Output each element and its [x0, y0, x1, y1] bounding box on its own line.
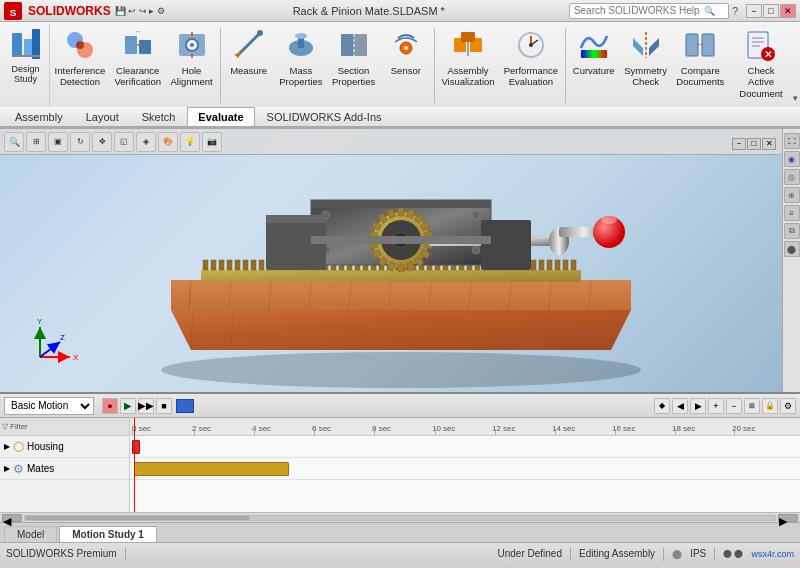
btab-motion-study[interactable]: Motion Study 1 — [59, 526, 157, 542]
minimize-button[interactable]: − — [746, 4, 762, 18]
tab-sketch[interactable]: Sketch — [131, 107, 187, 126]
right-icon-2[interactable]: ◉ — [784, 151, 800, 167]
btab-model[interactable]: Model — [4, 526, 57, 542]
motion-btn-play2[interactable]: ▶▶ — [138, 398, 154, 414]
symmetry-check-label: SymmetryCheck — [624, 65, 667, 88]
sw-close[interactable]: ✕ — [762, 138, 776, 150]
ribbon-btn-mass-properties[interactable]: MassProperties — [275, 24, 328, 107]
ribbon-btn-sensor[interactable]: Sensor — [380, 24, 432, 107]
motion-indicator — [176, 399, 194, 413]
vp-btn-fit[interactable]: ⊞ — [26, 132, 46, 152]
svg-rect-143 — [311, 236, 491, 244]
search-box[interactable]: 🔍 — [569, 3, 729, 19]
svg-rect-65 — [243, 260, 248, 270]
right-icon-5[interactable]: ≡ — [784, 205, 800, 221]
ribbon-btn-interference-detection[interactable]: ! InterferenceDetection — [50, 24, 110, 107]
coordinate-triad: X Y Z — [30, 312, 80, 362]
svg-rect-2 — [12, 33, 22, 57]
motion-btn-record[interactable]: ● — [102, 398, 118, 414]
sw-minimize[interactable]: − — [732, 138, 746, 150]
vp-btn-rotate[interactable]: ↻ — [70, 132, 90, 152]
tab-assembly[interactable]: Assembly — [4, 107, 74, 126]
playhead[interactable] — [134, 418, 135, 512]
right-icon-6[interactable]: ⧉ — [784, 223, 800, 239]
compare-documents-icon: ↔ — [682, 27, 718, 63]
svg-point-19 — [257, 30, 263, 36]
tab-layout[interactable]: Layout — [75, 107, 130, 126]
hole-alignment-label: HoleAlignment — [171, 65, 213, 88]
timeline-scrollbar-track[interactable] — [24, 515, 776, 521]
svg-text:Z: Z — [60, 333, 65, 342]
status-spacer-icons: ⬤ ⬤ — [723, 549, 743, 558]
right-icon-7[interactable]: ⬤ — [784, 241, 800, 257]
ribbon-btn-compare-documents[interactable]: ↔ CompareDocuments — [672, 24, 729, 107]
svg-rect-30 — [461, 32, 475, 42]
svg-rect-104 — [555, 260, 560, 270]
ribbon-btn-performance-evaluation[interactable]: PerformanceEvaluation — [499, 24, 563, 107]
timeline-scroll-left[interactable]: ◀ — [2, 514, 22, 522]
svg-rect-59 — [201, 270, 581, 282]
ribbon-btn-measure[interactable]: Measure — [223, 24, 275, 107]
assembly-visualization-label: AssemblyVisualization — [441, 65, 494, 88]
svg-rect-4 — [32, 29, 40, 59]
ribbon-btn-hole-alignment[interactable]: HoleAlignment — [166, 24, 218, 107]
tab-evaluate[interactable]: Evaluate — [187, 107, 254, 126]
svg-text:✕: ✕ — [764, 49, 772, 60]
ribbon-btn-assembly-visualization[interactable]: AssemblyVisualization — [437, 24, 499, 107]
main-area: 🔍 ⊞ ▣ ↻ ✥ ◱ ◈ 🎨 💡 📷 − □ ✕ — [0, 129, 800, 392]
vp-btn-pan[interactable]: ✥ — [92, 132, 112, 152]
svg-text:↔: ↔ — [695, 38, 705, 49]
ribbon-toolbar: DesignStudy ! InterferenceDetection ↔ — [0, 22, 800, 107]
svg-rect-34 — [581, 50, 607, 58]
ruler-20sec: 20 sec — [732, 424, 756, 433]
vp-btn-view[interactable]: ▣ — [48, 132, 68, 152]
ribbon-btn-clearance-verification[interactable]: ↔ ClearanceVerification — [110, 24, 166, 107]
mates-track-bar[interactable] — [134, 462, 289, 476]
timeline-scroll-right[interactable]: ▶ — [778, 514, 798, 522]
tl-btn-key[interactable]: ◆ — [654, 398, 670, 414]
motion-btn-stop[interactable]: ■ — [156, 398, 172, 414]
tl-btn-next[interactable]: ▶ — [690, 398, 706, 414]
svg-point-33 — [529, 43, 533, 47]
motion-btn-play[interactable]: ▶ — [120, 398, 136, 414]
maximize-button[interactable]: □ — [763, 4, 779, 18]
tl-btn-prev[interactable]: ◀ — [672, 398, 688, 414]
mates-label: Mates — [27, 463, 54, 474]
status-website: wsx4r.com — [751, 549, 794, 559]
vp-btn-zoom[interactable]: 🔍 — [4, 132, 24, 152]
clearance-verification-icon: ↔ — [120, 27, 156, 63]
tab-addins[interactable]: SOLIDWORKS Add-Ins — [256, 107, 393, 126]
housing-label: Housing — [27, 441, 64, 452]
ribbon-btn-check-active-document[interactable]: ✕ Check ActiveDocument — [729, 24, 793, 107]
timeline-track[interactable]: 0 sec 2 sec 4 sec 6 sec 8 sec 10 sec 12 … — [130, 418, 800, 512]
tl-btn-zoom-out[interactable]: − — [726, 398, 742, 414]
curvature-icon — [576, 27, 612, 63]
ribbon-btn-curvature[interactable]: Curvature — [568, 24, 620, 107]
tl-btn-zoom-in[interactable]: + — [708, 398, 724, 414]
help-button[interactable]: ? — [732, 5, 738, 17]
viewport[interactable]: 🔍 ⊞ ▣ ↻ ✥ ◱ ◈ 🎨 💡 📷 − □ ✕ — [0, 129, 782, 392]
svg-rect-62 — [219, 260, 224, 270]
right-icon-1[interactable]: ⛶ — [784, 133, 800, 149]
ribbon-btn-design-study[interactable]: DesignStudy — [2, 24, 50, 107]
performance-evaluation-label: PerformanceEvaluation — [504, 65, 558, 88]
ribbon-btn-section-properties[interactable]: SectionProperties — [327, 24, 380, 107]
svg-rect-5 — [12, 55, 40, 57]
right-panel: ⛶ ◉ ◎ ⊕ ≡ ⧉ ⬤ — [782, 129, 800, 392]
right-icon-4[interactable]: ⊕ — [784, 187, 800, 203]
ribbon-btn-symmetry-check[interactable]: SymmetryCheck — [620, 24, 672, 107]
tl-btn-lock[interactable]: 🔒 — [762, 398, 778, 414]
search-input[interactable] — [574, 5, 704, 16]
sw-maximize[interactable]: □ — [747, 138, 761, 150]
svg-rect-102 — [539, 260, 544, 270]
tl-btn-fit[interactable]: ⊞ — [744, 398, 760, 414]
close-button[interactable]: ✕ — [780, 4, 796, 18]
timeline-scrollbar-thumb[interactable] — [25, 516, 250, 520]
tl-btn-settings[interactable]: ⚙ — [780, 398, 796, 414]
ribbon-expand-btn[interactable]: ▾ — [793, 93, 798, 103]
svg-rect-64 — [235, 260, 240, 270]
right-icon-3[interactable]: ◎ — [784, 169, 800, 185]
motion-type-select[interactable]: Basic Motion Motion Analysis Animation — [4, 397, 94, 415]
svg-rect-126 — [398, 264, 404, 272]
svg-rect-61 — [211, 260, 216, 270]
